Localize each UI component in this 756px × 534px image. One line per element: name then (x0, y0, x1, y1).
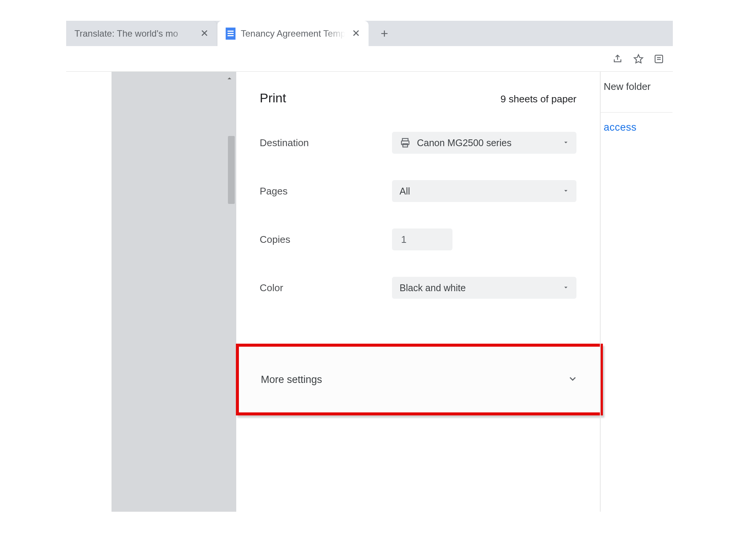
print-dialog: Print 9 sheets of paper Destination Cano… (236, 72, 600, 512)
chevron-down-icon (562, 137, 570, 148)
toolbar-row (66, 46, 673, 72)
pages-value: All (400, 186, 410, 197)
scroll-up-arrow-icon[interactable] (225, 74, 234, 83)
star-icon[interactable] (633, 53, 644, 65)
reading-list-icon[interactable] (653, 53, 665, 65)
more-settings-label: More settings (261, 374, 567, 386)
share-icon[interactable] (612, 53, 624, 65)
sheet-count: 9 sheets of paper (500, 93, 576, 105)
background-peek: New folder access (601, 72, 672, 140)
destination-row: Destination Canon MG2500 series (260, 132, 576, 154)
print-preview-column (66, 72, 236, 512)
access-link[interactable]: access (601, 113, 672, 140)
svg-rect-3 (403, 144, 408, 147)
destination-value: Canon MG2500 series (417, 137, 511, 148)
tab-title: Tenancy Agreement Template.do (241, 28, 345, 39)
print-header: Print 9 sheets of paper (260, 91, 576, 105)
copies-value: 1 (401, 234, 406, 245)
destination-dropdown[interactable]: Canon MG2500 series (392, 132, 576, 154)
svg-rect-0 (655, 55, 663, 63)
print-title: Print (260, 91, 286, 105)
content-area: Print 9 sheets of paper Destination Cano… (66, 72, 673, 512)
preview-scroll-area (112, 72, 236, 512)
scrollbar-thumb[interactable] (228, 136, 235, 204)
browser-window: Translate: The world's mo ✕ Tenancy Agre… (66, 21, 673, 512)
color-value: Black and white (400, 282, 466, 293)
color-dropdown[interactable]: Black and white (392, 277, 576, 299)
copies-input[interactable]: 1 (392, 228, 452, 250)
close-icon[interactable]: ✕ (199, 28, 210, 39)
google-docs-icon (226, 28, 235, 40)
tab-title: Translate: The world's mo (74, 28, 194, 39)
more-settings-toggle[interactable]: More settings (236, 344, 603, 415)
tab-strip: Translate: The world's mo ✕ Tenancy Agre… (66, 21, 673, 46)
color-row: Color Black and white (260, 277, 576, 299)
pages-dropdown[interactable]: All (392, 180, 576, 202)
chevron-down-icon (562, 186, 570, 197)
chevron-down-icon (562, 282, 570, 293)
close-icon[interactable]: ✕ (350, 28, 362, 39)
new-folder-text: New folder (601, 72, 672, 113)
new-tab-button[interactable]: + (376, 25, 393, 42)
tab-translate[interactable]: Translate: The world's mo ✕ (66, 21, 217, 46)
tab-tenancy-doc[interactable]: Tenancy Agreement Template.do ✕ (217, 21, 369, 46)
chevron-down-icon (567, 373, 578, 386)
pages-row: Pages All (260, 180, 576, 202)
copies-row: Copies 1 (260, 228, 576, 250)
printer-icon (400, 138, 411, 148)
destination-label: Destination (260, 137, 392, 149)
pages-label: Pages (260, 185, 392, 197)
color-label: Color (260, 282, 392, 294)
copies-label: Copies (260, 234, 392, 245)
